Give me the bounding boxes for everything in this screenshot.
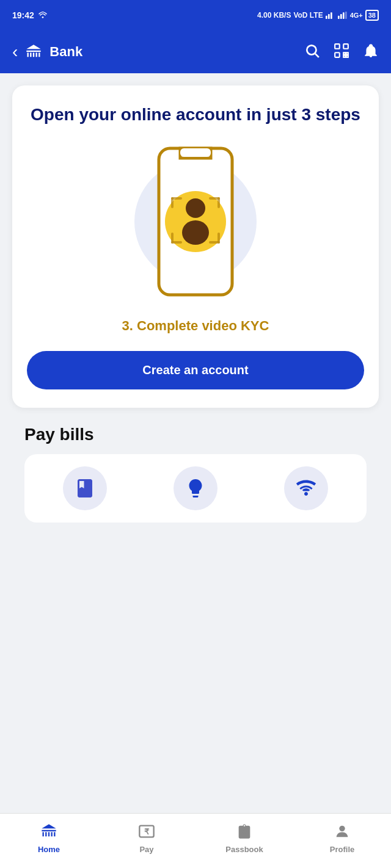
nav-passbook[interactable]: Passbook [196,823,293,854]
svg-point-8 [307,45,316,54]
battery-indicator: 38 [365,10,379,21]
svg-rect-6 [343,12,345,19]
svg-text:₹: ₹ [144,827,150,836]
phone-svg [147,142,244,301]
svg-point-21 [186,198,205,218]
svg-rect-3 [331,12,332,19]
nav-pay[interactable]: ₹ Pay [98,823,196,854]
nav-home[interactable]: Home [0,823,98,854]
svg-rect-26 [217,197,220,208]
bulb-icon-circle [174,466,217,510]
svg-rect-11 [343,44,348,49]
create-account-button[interactable]: Create an account [27,351,364,389]
app-header: ‹ Bank [0,31,391,73]
bill-item-bulb[interactable] [145,466,246,510]
book-icon-circle [63,466,107,510]
pay-icon: ₹ [138,823,155,842]
status-left: 19:42 [12,10,48,20]
header-icons [304,43,379,61]
status-right: 4.00 KB/S VoD LTE 4G+ 38 [257,10,379,21]
card-title: Open your online account in just 3 steps [27,104,364,125]
phone-illustration [27,142,364,301]
header-title: Bank [49,44,82,60]
nav-profile-label: Profile [330,845,354,854]
signal2-icon [338,11,348,20]
bottom-nav: Home ₹ Pay Passbook Profile [0,813,391,868]
svg-point-34 [339,826,345,831]
svg-rect-28 [171,233,174,244]
search-button[interactable] [304,43,320,61]
nav-home-label: Home [38,845,60,854]
nav-pay-label: Pay [139,845,153,854]
pay-bills-title: Pay bills [24,425,367,444]
svg-rect-2 [328,14,330,19]
main-content: Open your online account in just 3 steps [0,73,391,584]
svg-rect-24 [171,197,174,208]
profile-icon [334,823,351,842]
svg-rect-19 [180,148,211,157]
svg-rect-12 [335,52,340,57]
svg-point-22 [182,220,209,245]
svg-rect-14 [346,56,348,57]
svg-rect-15 [343,56,345,57]
svg-line-9 [315,54,319,57]
wifi-icon [38,10,48,20]
kyc-step-text: 3. Complete video KYC [27,318,364,334]
svg-rect-16 [346,52,348,54]
svg-rect-30 [217,233,220,244]
network-4g: 4G+ [350,12,363,19]
bulb-icon [185,477,206,499]
notification-button[interactable] [363,43,379,61]
qr-button[interactable] [334,43,349,61]
pay-bills-card [24,454,367,523]
pay-bills-section: Pay bills [12,425,379,523]
passbook-icon [236,823,253,842]
home-bank-icon [40,823,57,842]
svg-rect-13 [343,52,345,54]
nav-profile[interactable]: Profile [293,823,391,854]
time-display: 19:42 [12,10,34,20]
nav-passbook-label: Passbook [225,845,263,854]
bill-item-book[interactable] [34,466,135,510]
network-type: VoD LTE [293,11,323,20]
svg-point-0 [42,16,43,18]
header-left: ‹ Bank [12,42,82,62]
status-bar: 19:42 4.00 KB/S VoD LTE 4G+ 38 [0,0,391,31]
account-card: Open your online account in just 3 steps [12,85,379,408]
bill-item-dish[interactable] [256,466,357,510]
svg-rect-4 [338,16,340,19]
svg-rect-10 [335,44,340,49]
svg-rect-5 [340,14,342,19]
dish-icon [295,477,317,499]
back-button[interactable]: ‹ [12,42,18,62]
svg-rect-1 [326,16,327,19]
dish-icon-circle [284,466,328,510]
book-icon [74,477,96,499]
svg-rect-7 [345,12,347,19]
network-speed: 4.00 KB/S [257,11,291,20]
signal-icon [326,11,335,20]
bank-header-icon [25,43,42,60]
